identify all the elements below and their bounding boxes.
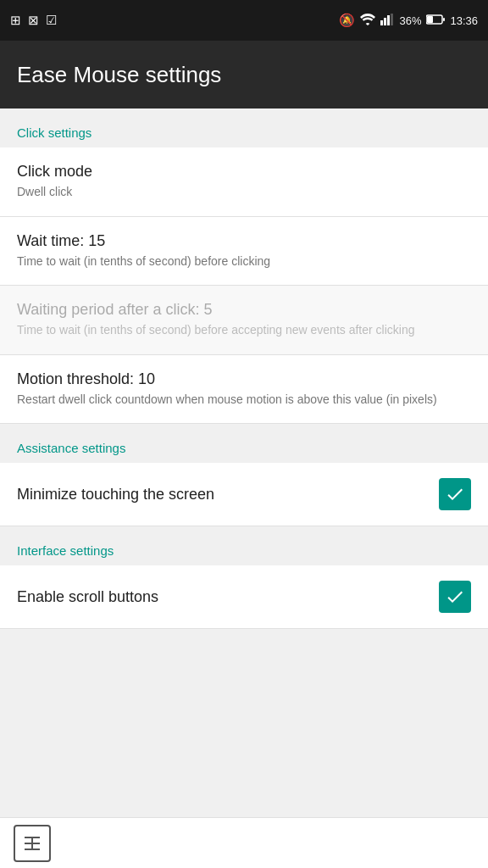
assistance-settings-header: Assistance settings xyxy=(17,441,125,455)
app-icon-1: ⊞ xyxy=(10,13,21,28)
enable-scroll-item[interactable]: Enable scroll buttons xyxy=(0,565,488,629)
svg-rect-0 xyxy=(380,20,383,25)
svg-rect-2 xyxy=(387,15,390,25)
app-icon-2: ⊠ xyxy=(28,13,39,28)
battery-percent: 36% xyxy=(399,14,421,27)
click-settings-header-container: Click settings xyxy=(0,108,488,147)
mute-icon: 🔕 xyxy=(339,13,355,28)
minimize-touching-checkbox[interactable] xyxy=(439,478,471,510)
menu-nav-button[interactable] xyxy=(14,825,51,862)
status-bar-left: ⊞ ⊠ ☑ xyxy=(10,13,334,28)
minimize-touching-item[interactable]: Minimize touching the screen xyxy=(0,463,488,526)
signal-icon xyxy=(380,14,394,28)
click-mode-item[interactable]: Click mode Dwell click xyxy=(0,147,488,217)
click-mode-title: Click mode xyxy=(17,163,471,181)
click-mode-subtitle: Dwell click xyxy=(17,184,471,201)
app-bar-title: Ease Mouse settings xyxy=(17,62,221,88)
svg-rect-6 xyxy=(443,18,445,21)
svg-rect-10 xyxy=(31,837,33,850)
motion-threshold-title: Motion threshold: 10 xyxy=(17,370,471,388)
enable-scroll-checkbox[interactable] xyxy=(439,581,471,613)
time-display: 13:36 xyxy=(450,14,478,27)
enable-scroll-label: Enable scroll buttons xyxy=(17,588,425,606)
checkmark-icon-2 xyxy=(445,587,465,607)
app-icon-3: ☑ xyxy=(46,13,57,28)
checkmark-icon xyxy=(445,484,465,504)
status-bar: ⊞ ⊠ ☑ 🔕 36% xyxy=(0,0,488,41)
svg-rect-5 xyxy=(427,16,433,23)
wifi-icon xyxy=(360,14,375,28)
menu-icon xyxy=(22,833,42,854)
minimize-touching-label: Minimize touching the screen xyxy=(17,486,425,504)
app-bar: Ease Mouse settings xyxy=(0,41,488,108)
wait-time-title: Wait time: 15 xyxy=(17,232,471,250)
wait-time-item[interactable]: Wait time: 15 Time to wait (in tenths of… xyxy=(0,217,488,287)
waiting-period-title: Waiting period after a click: 5 xyxy=(17,301,471,319)
wait-time-subtitle: Time to wait (in tenths of second) befor… xyxy=(17,253,471,270)
motion-threshold-item[interactable]: Motion threshold: 10 Restart dwell click… xyxy=(0,355,488,425)
battery-icon xyxy=(426,14,445,27)
waiting-period-item: Waiting period after a click: 5 Time to … xyxy=(0,286,488,355)
click-settings-header: Click settings xyxy=(17,125,92,140)
status-bar-right: 🔕 36% 13:36 xyxy=(339,13,478,28)
bottom-nav xyxy=(0,817,488,868)
interface-settings-header-container: Interface settings xyxy=(0,526,488,565)
interface-settings-header: Interface settings xyxy=(17,543,114,558)
waiting-period-subtitle: Time to wait (in tenths of second) befor… xyxy=(17,322,471,339)
svg-rect-3 xyxy=(391,14,393,25)
svg-rect-1 xyxy=(384,18,386,25)
assistance-settings-header-container: Assistance settings xyxy=(0,424,488,463)
content: Click settings Click mode Dwell click Wa… xyxy=(0,108,488,629)
motion-threshold-subtitle: Restart dwell click countdown when mouse… xyxy=(17,392,471,409)
